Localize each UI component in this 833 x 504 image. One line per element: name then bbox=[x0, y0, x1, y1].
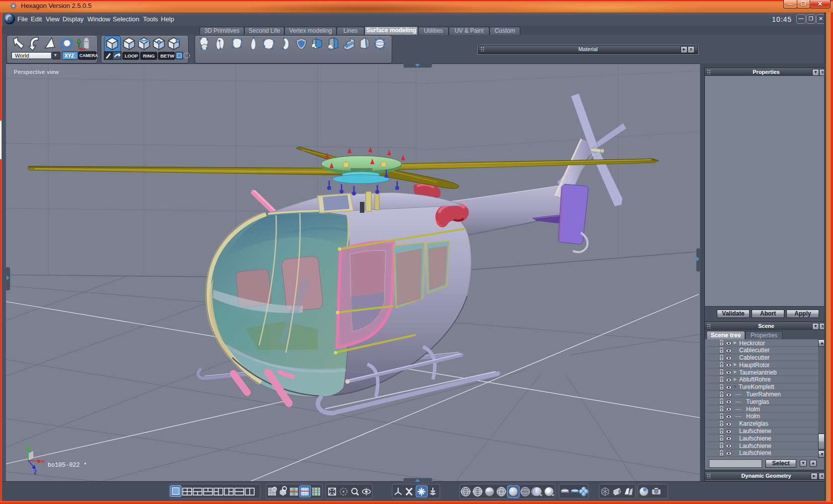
svg-text:RING: RING bbox=[143, 53, 155, 59]
svg-text:Y: Y bbox=[25, 442, 28, 447]
svg-text:CAMERA: CAMERA bbox=[79, 53, 98, 58]
svg-text:LOOP: LOOP bbox=[125, 53, 139, 59]
svg-text:X: X bbox=[42, 459, 45, 464]
svg-text:World: World bbox=[15, 53, 29, 59]
svg-text:Z: Z bbox=[34, 470, 37, 475]
svg-text:bo105-022 *: bo105-022 * bbox=[48, 462, 87, 469]
svg-text:BETW: BETW bbox=[160, 53, 174, 59]
svg-text:XYZ: XYZ bbox=[65, 53, 74, 59]
